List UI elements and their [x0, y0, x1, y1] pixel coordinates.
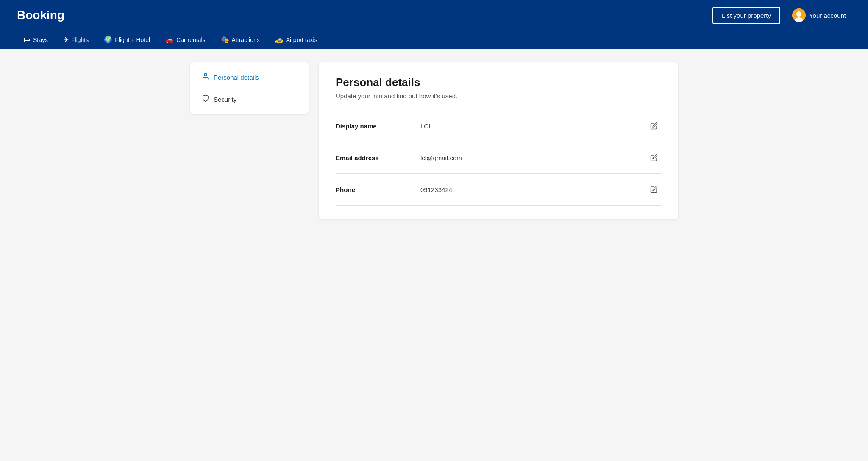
sidebar-label-personal-details: Personal details [214, 74, 259, 81]
phone-label: Phone [336, 186, 420, 193]
header: Booking List your property Your account … [0, 0, 868, 49]
display-name-label: Display name [336, 122, 420, 130]
display-name-row: Display name LCL [336, 110, 661, 142]
phone-row: Phone 091233424 [336, 174, 661, 205]
phone-edit-button[interactable] [647, 184, 661, 195]
bottom-divider [336, 205, 661, 206]
svg-point-1 [796, 11, 801, 17]
nav-label-airport-taxis: Airport taxis [286, 36, 317, 43]
sidebar-item-personal-details[interactable]: Personal details [193, 67, 305, 88]
nav-label-flight-hotel: Flight + Hotel [115, 36, 150, 43]
avatar-icon [792, 8, 806, 22]
email-address-edit-button[interactable] [647, 152, 661, 163]
flight-hotel-icon: 🌍 [104, 36, 112, 44]
email-address-row: Email address lcl@gmail.com [336, 142, 661, 173]
sidebar-label-security: Security [214, 96, 236, 103]
content-area: Personal details Update your info and fi… [319, 62, 678, 219]
display-name-edit-button[interactable] [647, 120, 661, 131]
airport-taxis-icon: 🚕 [275, 36, 284, 44]
account-button[interactable]: Your account [787, 5, 851, 25]
edit-icon [650, 122, 658, 130]
main-content: Personal details Security Personal detai… [180, 62, 688, 219]
phone-value: 091233424 [420, 186, 647, 193]
edit-icon [650, 186, 658, 193]
email-address-label: Email address [336, 154, 420, 161]
nav-label-flights: Flights [71, 36, 89, 43]
stays-icon: 🛏 [24, 36, 31, 44]
person-icon [202, 72, 209, 82]
header-actions: List your property Your account [712, 5, 851, 25]
page-title: Personal details [336, 76, 661, 89]
nav-item-stays[interactable]: 🛏 Stays [17, 31, 55, 49]
list-property-button[interactable]: List your property [712, 7, 780, 24]
account-label: Your account [809, 12, 846, 19]
nav-item-flight-hotel[interactable]: 🌍 Flight + Hotel [97, 31, 157, 49]
nav-label-car-rentals: Car rentals [176, 36, 205, 43]
display-name-value: LCL [420, 122, 647, 130]
shield-icon [202, 94, 209, 104]
sidebar-item-security[interactable]: Security [193, 89, 305, 110]
flights-icon: ✈ [63, 36, 69, 44]
page-subtitle: Update your info and find out how it's u… [336, 92, 661, 100]
main-nav: 🛏 Stays ✈ Flights 🌍 Flight + Hotel 🚗 Car… [17, 31, 851, 49]
logo[interactable]: Booking [17, 8, 64, 22]
sidebar-card: Personal details Security [190, 62, 309, 114]
nav-item-airport-taxis[interactable]: 🚕 Airport taxis [268, 31, 324, 49]
attractions-icon: 🎭 [221, 36, 229, 44]
nav-label-stays: Stays [33, 36, 48, 43]
sidebar: Personal details Security [190, 62, 309, 219]
svg-point-3 [204, 73, 207, 76]
nav-label-attractions: Attractions [232, 36, 260, 43]
nav-item-attractions[interactable]: 🎭 Attractions [214, 31, 267, 49]
edit-icon [650, 154, 658, 161]
email-address-value: lcl@gmail.com [420, 154, 647, 161]
avatar [792, 8, 806, 22]
car-rentals-icon: 🚗 [165, 36, 174, 44]
nav-item-car-rentals[interactable]: 🚗 Car rentals [159, 31, 212, 49]
nav-item-flights[interactable]: ✈ Flights [56, 31, 95, 49]
